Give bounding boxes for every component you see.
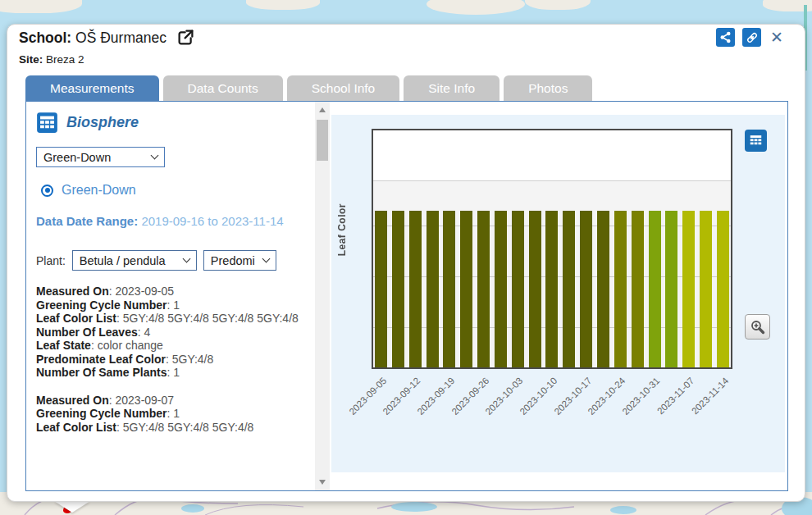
scrollbar-thumb[interactable] xyxy=(317,120,328,161)
share-icon xyxy=(719,31,732,43)
bar-2023-09-26[interactable] xyxy=(477,211,490,367)
scroll-down-icon[interactable] xyxy=(315,476,330,489)
link-icon xyxy=(746,31,759,44)
chevron-down-icon xyxy=(262,255,270,263)
tab-bar: MeasurementsData CountsSchool InfoSite I… xyxy=(25,75,592,101)
protocol-select[interactable]: Green-Down xyxy=(36,147,165,167)
tab-photos[interactable]: Photos xyxy=(504,75,592,101)
radio-label: Green-Down xyxy=(62,183,136,198)
measurement-field: Leaf Color List: 5GY:4/8 5GY:4/8 5GY:4/8 xyxy=(36,421,310,435)
tab-measurements[interactable]: Measurements xyxy=(25,75,159,101)
magnifier-plus-icon xyxy=(750,319,766,335)
map-land-patch xyxy=(525,0,591,10)
map-background: { "header": { "school_label": "School:",… xyxy=(0,0,812,515)
tab-school-info[interactable]: School Info xyxy=(287,75,400,101)
zoom-in-chart-button[interactable] xyxy=(745,314,770,340)
site-label: Site: xyxy=(19,53,43,66)
date-range-value: 2019-09-16 to 2023-11-14 xyxy=(141,214,283,228)
x-tick-label: 2023-10-03 xyxy=(454,376,525,446)
link-button[interactable] xyxy=(742,28,761,47)
measurement-field: Leaf Color List: 5GY:4/8 5GY:4/8 5GY:4/8… xyxy=(36,312,310,326)
protocol-select-value: Green-Down xyxy=(43,151,111,164)
greendown-radio-row[interactable]: Green-Down xyxy=(41,183,310,198)
close-icon[interactable]: ✕ xyxy=(770,30,783,45)
plant-property-select[interactable]: Predominant xyxy=(203,250,276,271)
bar-2023-10-31[interactable] xyxy=(649,211,661,367)
content-panel: Biosphere Green-Down Green-Down Data Dat… xyxy=(25,101,788,491)
bar-2023-09-14[interactable] xyxy=(427,211,439,367)
bar-2023-11-02[interactable] xyxy=(665,211,677,367)
biosphere-header: Biosphere xyxy=(36,112,310,134)
bar-2023-10-26[interactable] xyxy=(632,211,644,367)
bar-2023-10-24[interactable] xyxy=(614,211,627,367)
bar-2023-11-07[interactable] xyxy=(682,211,695,367)
measurement-record: Measured On: 2023-09-07Greening Cycle Nu… xyxy=(36,394,310,435)
bar-2023-10-19[interactable] xyxy=(597,211,609,367)
share-button[interactable] xyxy=(716,28,735,47)
open-school-page-icon[interactable] xyxy=(177,29,194,50)
show-data-table-button[interactable] xyxy=(745,130,767,152)
header-actions: ✕ xyxy=(716,28,783,47)
site-line: Site: Breza 2 xyxy=(19,53,84,66)
data-table-icon xyxy=(36,112,58,134)
x-tick-label: 2023-09-26 xyxy=(420,376,490,446)
x-tick-label: 2023-09-19 xyxy=(385,376,456,446)
bar-2023-09-12[interactable] xyxy=(409,211,422,367)
tab-site-info[interactable]: Site Info xyxy=(404,75,500,101)
x-tick-label: 2023-11-14 xyxy=(659,376,730,446)
bar-2023-10-10[interactable] xyxy=(545,211,558,367)
x-tick-label: 2023-10-24 xyxy=(557,376,627,446)
site-info-popup: School: OŠ Đurmanec Site: Breza 2 xyxy=(7,24,805,502)
map-land-patch xyxy=(427,0,525,15)
x-tick-label: 2023-09-12 xyxy=(351,376,422,446)
x-tick-label: 2023-11-07 xyxy=(625,376,696,446)
bar-2023-09-05[interactable] xyxy=(375,211,387,367)
plant-select-value: Betula / pendula xyxy=(80,254,166,267)
bar-2023-11-09[interactable] xyxy=(700,211,712,367)
bar-2023-09-07[interactable] xyxy=(392,211,404,367)
bar-2023-09-21[interactable] xyxy=(460,211,472,367)
plant-select[interactable]: Betula / pendula xyxy=(72,250,197,271)
bar-2023-10-17[interactable] xyxy=(580,211,592,367)
school-label: School: xyxy=(19,30,71,46)
scroll-up-icon[interactable] xyxy=(315,103,330,116)
tab-data-counts[interactable]: Data Counts xyxy=(163,75,283,101)
measurements-panel: Biosphere Green-Down Green-Down Data Dat… xyxy=(26,102,315,490)
chevron-down-icon xyxy=(151,152,159,160)
popup-title: School: OŠ Đurmanec xyxy=(19,29,194,50)
site-name: Breza 2 xyxy=(46,53,84,66)
x-tick-label: 2023-10-31 xyxy=(591,376,661,446)
date-range-label: Data Date Range: xyxy=(36,214,138,228)
leaf-color-chart xyxy=(372,129,732,369)
measurement-field: Number Of Same Plants: 1 xyxy=(36,366,310,380)
table-icon xyxy=(748,133,764,148)
chevron-down-icon xyxy=(182,255,190,263)
measurement-field: Greening Cycle Number: 1 xyxy=(36,407,310,421)
x-tick-label: 2023-10-10 xyxy=(488,376,559,446)
plant-label: Plant: xyxy=(36,254,66,267)
measurement-field: Greening Cycle Number: 1 xyxy=(36,299,310,312)
bar-2023-11-14[interactable] xyxy=(717,211,729,367)
section-title: Biosphere xyxy=(66,114,139,131)
chart-panel: Leaf Color 2023-09-052023-09-122023-09-1… xyxy=(331,115,785,472)
measurement-field: Predominate Leaf Color: 5GY:4/8 xyxy=(36,353,310,367)
measurement-field: Number Of Leaves: 4 xyxy=(36,326,310,340)
bar-2023-09-19[interactable] xyxy=(443,211,455,367)
map-land-patch xyxy=(246,0,320,10)
measurement-list: Measured On: 2023-09-05Greening Cycle Nu… xyxy=(36,285,310,434)
bar-2023-10-03[interactable] xyxy=(512,211,524,367)
y-axis-label: Leaf Color xyxy=(336,203,349,256)
popup-callout-pointer xyxy=(54,501,90,513)
measurement-field: Leaf State: color change xyxy=(36,339,310,353)
bar-2023-10-05[interactable] xyxy=(529,211,541,367)
bar-2023-10-12[interactable] xyxy=(563,211,575,367)
x-tick-label: 2023-10-17 xyxy=(522,376,593,446)
plant-property-value: Predominant xyxy=(211,254,255,267)
school-name: OŠ Đurmanec xyxy=(75,30,167,46)
bar-series xyxy=(375,211,729,367)
measurement-field: Measured On: 2023-09-05 xyxy=(36,285,310,299)
bar-2023-09-28[interactable] xyxy=(495,211,507,367)
map-land-patch xyxy=(0,0,82,13)
radio-selected-icon[interactable] xyxy=(41,185,53,197)
measurement-field: Measured On: 2023-09-07 xyxy=(36,394,310,408)
